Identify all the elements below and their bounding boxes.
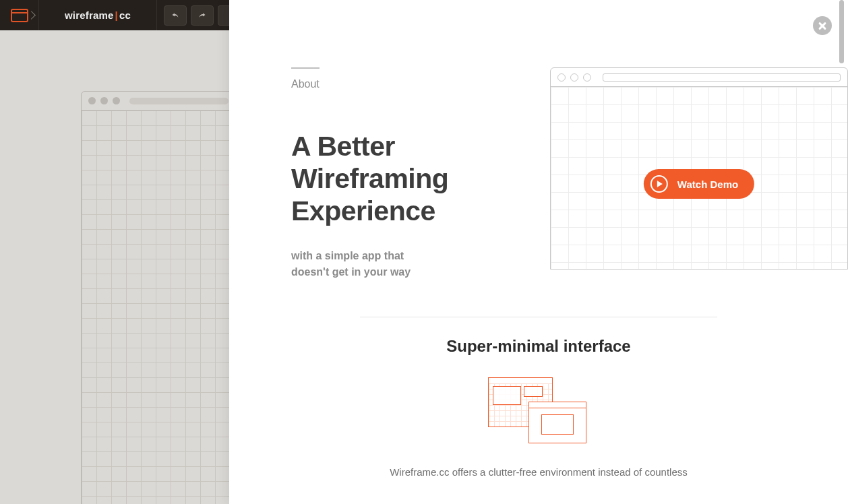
about-hero-text: About A Better Wireframing Experience wi… xyxy=(291,67,471,280)
close-button[interactable] xyxy=(813,16,832,35)
about-hero-demo: Watch Demo xyxy=(503,67,808,280)
page-headline: A Better Wireframing Experience xyxy=(291,131,471,228)
demo-window: Watch Demo xyxy=(550,67,848,270)
window-dot-icon xyxy=(570,73,578,82)
about-hero: About A Better Wireframing Experience wi… xyxy=(229,0,848,280)
demo-browser-chrome xyxy=(551,68,847,87)
about-panel: About A Better Wireframing Experience wi… xyxy=(229,0,848,504)
address-bar-placeholder xyxy=(603,73,841,82)
watch-demo-label: Watch Demo xyxy=(677,179,738,190)
window-dot-icon xyxy=(557,73,566,82)
watch-demo-button[interactable]: Watch Demo xyxy=(644,169,754,199)
section-label: About xyxy=(291,67,320,90)
page-tagline: with a simple app that doesn't get in yo… xyxy=(291,248,426,280)
play-icon xyxy=(650,175,668,193)
window-dot-icon xyxy=(583,73,591,82)
feature-body: Wireframe.cc offers a clutter-free envir… xyxy=(363,466,714,478)
about-feature: Super-minimal interface Wireframe.cc off… xyxy=(229,337,848,478)
feature-illustration xyxy=(488,377,589,445)
scrollbar-thumb[interactable] xyxy=(839,0,844,63)
illustration-front-window xyxy=(528,402,586,443)
divider xyxy=(360,317,717,317)
feature-heading: Super-minimal interface xyxy=(229,337,848,356)
